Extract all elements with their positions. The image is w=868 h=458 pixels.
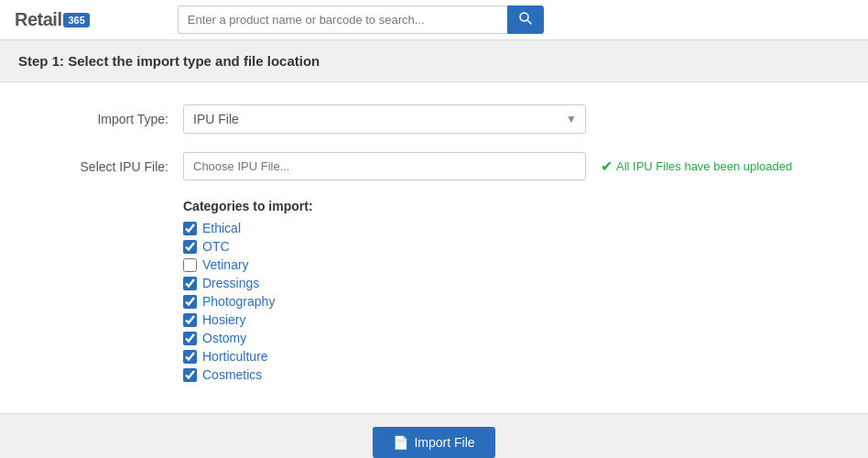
list-item: Dressings bbox=[183, 276, 850, 290]
list-item: Horticulture bbox=[183, 349, 850, 364]
category-label-hosiery[interactable]: Hosiery bbox=[202, 312, 245, 327]
category-checkbox-vetinary[interactable] bbox=[183, 258, 197, 272]
list-item: Hosiery bbox=[183, 312, 850, 327]
file-input[interactable] bbox=[183, 152, 586, 180]
category-label-ostomy[interactable]: Ostomy bbox=[202, 331, 246, 345]
category-checkbox-dressings[interactable] bbox=[183, 277, 197, 290]
search-button[interactable] bbox=[507, 5, 544, 34]
search-icon bbox=[519, 12, 532, 25]
list-item: Vetinary bbox=[183, 257, 850, 272]
form-area: Import Type: IPU File ▼ Select IPU File:… bbox=[0, 82, 868, 413]
category-label-ethical[interactable]: Ethical bbox=[202, 221, 241, 235]
logo-retail-text: Retail bbox=[15, 9, 61, 30]
import-type-label: Import Type: bbox=[18, 112, 183, 126]
category-checkbox-hosiery[interactable] bbox=[183, 313, 197, 327]
header: Retail 365 bbox=[0, 0, 868, 40]
list-item: Cosmetics bbox=[183, 367, 850, 382]
upload-status: ✔ All IPU Files have been uploaded bbox=[601, 158, 792, 175]
list-item: Ethical bbox=[183, 221, 850, 235]
category-label-vetinary[interactable]: Vetinary bbox=[202, 257, 249, 272]
categories-list: EthicalOTCVetinaryDressingsPhotographyHo… bbox=[183, 221, 850, 382]
select-file-label: Select IPU File: bbox=[18, 159, 183, 174]
categories-content: Categories to import: EthicalOTCVetinary… bbox=[183, 199, 850, 386]
logo-badge: 365 bbox=[63, 13, 89, 27]
search-input[interactable] bbox=[178, 5, 507, 34]
categories-title: Categories to import: bbox=[183, 199, 850, 213]
category-checkbox-ethical[interactable] bbox=[183, 222, 197, 235]
upload-status-text: All IPU Files have been uploaded bbox=[616, 159, 792, 173]
import-icon: 📄 bbox=[393, 435, 408, 450]
category-label-otc[interactable]: OTC bbox=[202, 239, 230, 254]
category-label-horticulture[interactable]: Horticulture bbox=[202, 349, 268, 364]
footer-bar: 📄 Import File bbox=[0, 413, 868, 458]
import-button-label: Import File bbox=[414, 435, 474, 450]
category-checkbox-cosmetics[interactable] bbox=[183, 368, 197, 382]
logo: Retail 365 bbox=[15, 9, 90, 30]
category-checkbox-photography[interactable] bbox=[183, 295, 197, 309]
step-label: Step 1: bbox=[18, 53, 64, 69]
select-file-control bbox=[183, 152, 586, 180]
svg-line-1 bbox=[527, 20, 531, 24]
categories-row: Categories to import: EthicalOTCVetinary… bbox=[18, 199, 850, 386]
category-label-dressings[interactable]: Dressings bbox=[202, 276, 259, 290]
categories-label-col bbox=[18, 199, 183, 201]
import-type-control: IPU File ▼ bbox=[183, 104, 586, 134]
category-checkbox-horticulture[interactable] bbox=[183, 350, 197, 364]
search-bar bbox=[178, 5, 544, 34]
import-button[interactable]: 📄 Import File bbox=[373, 427, 494, 458]
step-header: Step 1: Select the import type and file … bbox=[0, 40, 868, 82]
list-item: Photography bbox=[183, 294, 850, 309]
import-type-row: Import Type: IPU File ▼ bbox=[18, 104, 850, 134]
list-item: Ostomy bbox=[183, 331, 850, 345]
check-circle-icon: ✔ bbox=[601, 158, 613, 175]
step-text: Select the import type and file location bbox=[68, 53, 320, 69]
category-label-photography[interactable]: Photography bbox=[202, 294, 275, 309]
select-file-row: Select IPU File: ✔ All IPU Files have be… bbox=[18, 152, 850, 180]
category-label-cosmetics[interactable]: Cosmetics bbox=[202, 367, 262, 382]
import-type-select-wrapper: IPU File ▼ bbox=[183, 104, 586, 134]
category-checkbox-otc[interactable] bbox=[183, 240, 197, 254]
main-content: Step 1: Select the import type and file … bbox=[0, 40, 868, 413]
category-checkbox-ostomy[interactable] bbox=[183, 332, 197, 345]
list-item: OTC bbox=[183, 239, 850, 254]
import-type-select[interactable]: IPU File bbox=[183, 104, 586, 134]
